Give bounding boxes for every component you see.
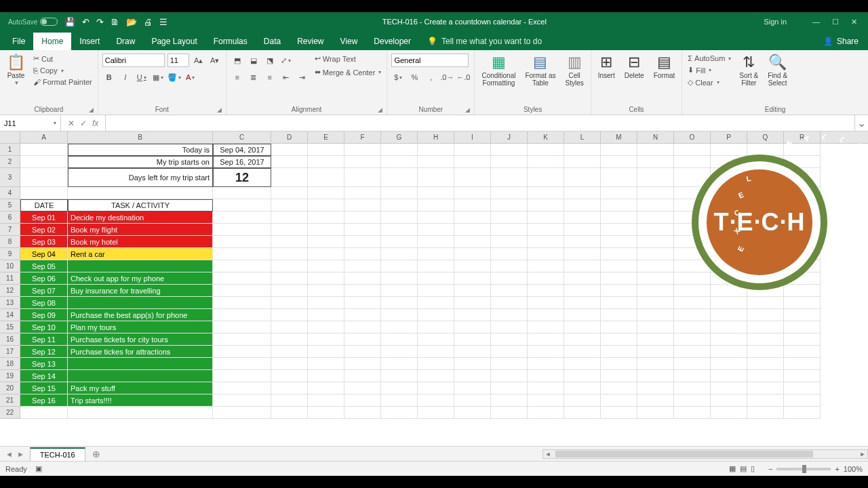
cell[interactable]: [674, 333, 711, 346]
cell[interactable]: [674, 321, 711, 333]
cell[interactable]: [271, 394, 308, 407]
cell[interactable]: [564, 144, 601, 156]
cell[interactable]: [784, 394, 821, 407]
column-header[interactable]: L: [564, 131, 601, 143]
row-header[interactable]: 15: [0, 321, 20, 333]
cell[interactable]: [213, 211, 271, 224]
cell[interactable]: [271, 168, 308, 187]
accounting-format-icon[interactable]: $▾: [391, 70, 405, 84]
cell[interactable]: [381, 224, 418, 236]
cell[interactable]: [564, 272, 601, 285]
cell[interactable]: [271, 407, 308, 419]
chevron-left-icon[interactable]: ◄: [5, 450, 13, 458]
cell[interactable]: Plan my tours: [68, 321, 213, 333]
cell[interactable]: [564, 211, 601, 224]
cell[interactable]: [674, 370, 711, 382]
cell[interactable]: [213, 382, 271, 394]
cell[interactable]: [454, 260, 491, 272]
cell[interactable]: [711, 382, 747, 394]
dialog-launcher-icon[interactable]: ◢: [378, 106, 382, 113]
cell[interactable]: [637, 321, 674, 333]
cell[interactable]: [454, 199, 491, 211]
cell[interactable]: [601, 224, 637, 236]
cell[interactable]: [601, 144, 637, 156]
cell[interactable]: [418, 187, 454, 199]
cell[interactable]: [418, 211, 454, 224]
cell[interactable]: [344, 272, 381, 285]
cell[interactable]: [308, 260, 344, 272]
insert-cells-button[interactable]: ⊞Insert: [595, 52, 618, 79]
cell[interactable]: [454, 168, 491, 187]
cell[interactable]: Sep 13: [20, 358, 68, 370]
cell[interactable]: [213, 285, 271, 297]
cell[interactable]: Sep 04, 2017: [213, 144, 271, 156]
cell[interactable]: [20, 187, 68, 199]
cell[interactable]: [674, 346, 711, 358]
cell[interactable]: [271, 382, 308, 394]
cell[interactable]: [491, 187, 528, 199]
cell[interactable]: [601, 370, 637, 382]
find-select-button[interactable]: 🔍Find & Select: [765, 52, 790, 87]
cell[interactable]: [344, 260, 381, 272]
scroll-right-icon[interactable]: ►: [858, 451, 867, 458]
cell[interactable]: [711, 309, 747, 321]
cell[interactable]: Purchase tickets for city tours: [68, 333, 213, 346]
fx-icon[interactable]: fx: [92, 119, 98, 128]
page-layout-view-icon[interactable]: ▤: [740, 464, 747, 473]
cell[interactable]: Days left for my trip start: [68, 168, 213, 187]
cell[interactable]: [308, 407, 344, 419]
format-cells-button[interactable]: ▤Format: [651, 52, 678, 79]
cell[interactable]: [308, 187, 344, 199]
cell[interactable]: [601, 346, 637, 358]
minimize-icon[interactable]: —: [812, 18, 820, 26]
cell[interactable]: [528, 187, 564, 199]
cell[interactable]: [418, 156, 454, 168]
sheet-tab-active[interactable]: TECH-016: [30, 447, 85, 461]
cell[interactable]: [637, 272, 674, 285]
row-header[interactable]: 6: [0, 211, 20, 224]
cell[interactable]: [564, 260, 601, 272]
cell[interactable]: Buy insurance for travelling: [68, 285, 213, 297]
row-header[interactable]: 20: [0, 382, 20, 394]
cell[interactable]: Sep 03: [20, 236, 68, 248]
cell[interactable]: [381, 346, 418, 358]
cell[interactable]: Sep 04: [20, 248, 68, 260]
cell[interactable]: [454, 407, 491, 419]
cell[interactable]: [271, 358, 308, 370]
column-header[interactable]: P: [711, 131, 747, 143]
cell[interactable]: [564, 382, 601, 394]
cell[interactable]: [674, 358, 711, 370]
cell[interactable]: [308, 346, 344, 358]
cell[interactable]: Sep 14: [20, 370, 68, 382]
underline-button[interactable]: U▾: [135, 70, 149, 84]
cell[interactable]: [637, 297, 674, 309]
cell[interactable]: [418, 199, 454, 211]
row-header[interactable]: 14: [0, 309, 20, 321]
cell[interactable]: [418, 168, 454, 187]
sort-filter-button[interactable]: ⇅Sort & Filter: [736, 52, 761, 87]
cell[interactable]: [637, 211, 674, 224]
dialog-launcher-icon[interactable]: ◢: [89, 106, 94, 113]
cell[interactable]: [213, 272, 271, 285]
cell[interactable]: [637, 248, 674, 260]
cell[interactable]: [637, 346, 674, 358]
cell[interactable]: [271, 187, 308, 199]
cell[interactable]: Book my hotel: [68, 236, 213, 248]
scroll-left-icon[interactable]: ◄: [543, 451, 553, 458]
cell[interactable]: [491, 248, 528, 260]
cell[interactable]: [418, 333, 454, 346]
cell[interactable]: [528, 382, 564, 394]
cell[interactable]: [784, 407, 821, 419]
cell[interactable]: [491, 236, 528, 248]
cell[interactable]: [491, 358, 528, 370]
decrease-indent-icon[interactable]: ⇤: [279, 70, 293, 84]
cell[interactable]: Sep 06: [20, 272, 68, 285]
font-size-combo[interactable]: [167, 54, 189, 67]
cell[interactable]: [308, 309, 344, 321]
zoom-value[interactable]: 100%: [844, 465, 863, 473]
cell[interactable]: [784, 382, 821, 394]
cell[interactable]: Purchase tickes for attractions: [68, 346, 213, 358]
cell[interactable]: [564, 297, 601, 309]
cell[interactable]: [308, 168, 344, 187]
cell[interactable]: [271, 199, 308, 211]
